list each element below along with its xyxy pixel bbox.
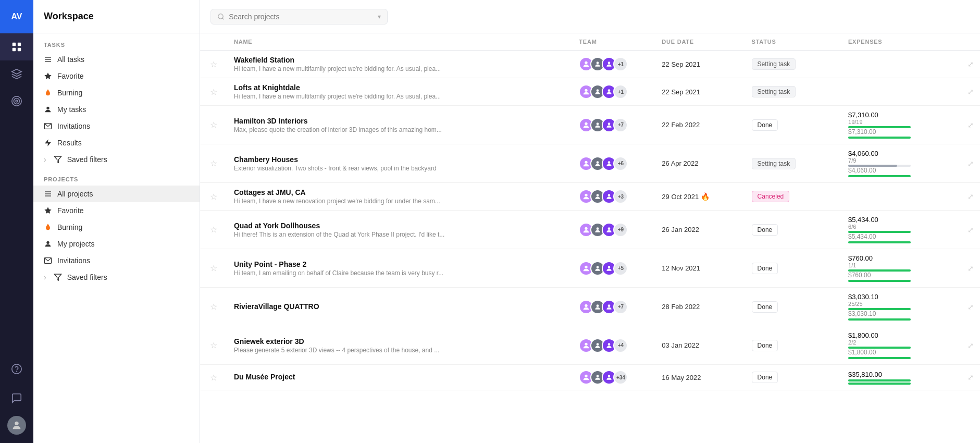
project-desc: Hi there! This is an extension of the Qu… xyxy=(234,231,474,238)
status-badge: Done xyxy=(752,119,778,131)
expense-sub: $3,030.10 xyxy=(848,310,946,317)
icon-sidebar: AV xyxy=(0,0,33,443)
star-icon[interactable]: ☆ xyxy=(210,264,217,273)
progress-label: 2/2 xyxy=(848,339,946,346)
star-icon[interactable]: ☆ xyxy=(210,341,217,350)
project-desc: Exterior visualization. Two shots - fron… xyxy=(234,165,474,172)
app-avatar[interactable]: AV xyxy=(0,0,33,33)
user-avatar-icon[interactable] xyxy=(0,414,33,437)
expand-icon[interactable]: ⤢ xyxy=(967,60,974,68)
svg-rect-0 xyxy=(13,43,16,46)
svg-point-34 xyxy=(608,122,611,125)
icon-grid[interactable] xyxy=(0,33,33,60)
svg-point-46 xyxy=(608,266,611,268)
expand-icon[interactable]: ⤢ xyxy=(967,341,974,350)
svg-point-27 xyxy=(597,61,599,64)
nav-tasks-burning[interactable]: Burning xyxy=(33,84,200,101)
expand-icon[interactable]: ⤢ xyxy=(967,192,974,201)
table-row: ☆Cottages at JMU, CAHi team, I have a ne… xyxy=(200,183,980,211)
chevron-icon-projects: › xyxy=(44,273,46,281)
svg-point-9 xyxy=(15,422,18,425)
nav-projects-saved-filters[interactable]: › Saved filters xyxy=(33,269,200,286)
th-expenses: EXPENSES xyxy=(842,33,952,51)
svg-marker-20 xyxy=(44,207,51,214)
status-badge: Setting task xyxy=(752,158,796,169)
projects-table: NAME TEAM DUE DATE STATUS EXPENSES ☆Wake… xyxy=(200,33,980,390)
expense-sub: $7,310.00 xyxy=(848,128,946,136)
svg-point-30 xyxy=(597,89,599,92)
projects-section-title: PROJECTS xyxy=(33,168,200,186)
star-icon[interactable]: ☆ xyxy=(210,159,217,168)
nav-my-projects[interactable]: My projects xyxy=(33,236,200,252)
team-avatars: +1 xyxy=(579,84,649,99)
nav-tasks-invitations[interactable]: Invitations xyxy=(33,118,200,134)
icon-target[interactable] xyxy=(0,88,33,115)
star-icon[interactable]: ☆ xyxy=(210,60,217,69)
svg-rect-1 xyxy=(18,43,21,46)
project-desc: Hi team, I have a new multifamily projec… xyxy=(234,93,474,100)
project-name: Unity Point - Phase 2 xyxy=(234,260,566,268)
expand-icon[interactable]: ⤢ xyxy=(967,88,974,96)
nav-projects-burning[interactable]: Burning xyxy=(33,219,200,236)
icon-chat[interactable] xyxy=(0,385,33,412)
svg-point-32 xyxy=(585,122,588,125)
due-date: 12 Nov 2021 xyxy=(662,264,739,272)
expand-icon[interactable]: ⤢ xyxy=(967,303,974,311)
table-row: ☆RivieraVillage QUATTRO +728 Feb 2022Don… xyxy=(200,288,980,326)
star-icon[interactable]: ☆ xyxy=(210,192,217,201)
star-icon[interactable]: ☆ xyxy=(210,225,217,234)
avatar-more: +9 xyxy=(613,223,628,237)
team-avatars: +7 xyxy=(579,118,649,132)
nav-projects-invitations[interactable]: Invitations xyxy=(33,252,200,269)
expense-amount: $7,310.00 19/19 $7,310.00 xyxy=(848,111,946,139)
star-icon[interactable]: ☆ xyxy=(210,120,217,129)
nav-tasks-results[interactable]: Results xyxy=(33,134,200,151)
project-desc: Hi team, I have a new multifamily projec… xyxy=(234,65,474,72)
svg-point-24 xyxy=(218,14,223,18)
table-header-row: NAME TEAM DUE DATE STATUS EXPENSES xyxy=(200,33,980,51)
icon-cube[interactable] xyxy=(0,60,33,88)
nav-my-tasks[interactable]: My tasks xyxy=(33,101,200,118)
table-row: ☆Quad at York DollhousesHi there! This i… xyxy=(200,211,980,249)
th-status: STATUS xyxy=(746,33,842,51)
status-badge: Done xyxy=(752,224,778,236)
svg-point-51 xyxy=(597,343,599,346)
star-icon[interactable]: ☆ xyxy=(210,302,217,311)
svg-point-49 xyxy=(608,304,611,307)
nav-all-tasks[interactable]: All tasks xyxy=(33,51,200,68)
nav-tasks-favorite[interactable]: Favorite xyxy=(33,68,200,84)
nav-tasks-saved-filters[interactable]: › Saved filters xyxy=(33,151,200,168)
status-badge: Done xyxy=(752,340,778,351)
nav-all-projects[interactable]: All projects xyxy=(33,186,200,202)
star-icon[interactable]: ☆ xyxy=(210,88,217,96)
search-input-wrap[interactable]: ▾ xyxy=(210,9,388,24)
team-avatars: +1 xyxy=(579,57,649,71)
expand-icon[interactable]: ⤢ xyxy=(967,264,974,273)
svg-point-14 xyxy=(46,107,49,109)
nav-projects-favorite[interactable]: Favorite xyxy=(33,202,200,219)
progress-bar-2 xyxy=(848,137,911,139)
tasks-section-title: TASKS xyxy=(33,33,200,51)
svg-point-31 xyxy=(608,89,611,92)
team-avatars: +6 xyxy=(579,156,649,171)
star-icon[interactable]: ☆ xyxy=(210,373,217,382)
svg-point-4 xyxy=(12,96,21,106)
svg-point-50 xyxy=(585,342,588,345)
table-row: ☆Chambery HousesExterior visualization. … xyxy=(200,144,980,183)
search-input[interactable] xyxy=(229,13,374,21)
progress-bar-2 xyxy=(848,357,911,359)
expense-sub: $1,800.00 xyxy=(848,349,946,356)
table-row: ☆Du Musée Project +3416 May 2022Done $35… xyxy=(200,365,980,390)
icon-question[interactable] xyxy=(0,355,33,383)
expand-icon[interactable]: ⤢ xyxy=(967,226,974,234)
due-date: 03 Jan 2022 xyxy=(662,341,739,349)
table-row: ☆Gniewek exterior 3DPlease generate 5 ex… xyxy=(200,326,980,365)
expand-icon[interactable]: ⤢ xyxy=(967,159,974,168)
project-name: Chambery Houses xyxy=(234,155,566,164)
expand-icon[interactable]: ⤢ xyxy=(967,121,974,129)
project-name: Cottages at JMU, CA xyxy=(234,188,566,196)
project-name: Quad at York Dollhouses xyxy=(234,221,566,230)
expand-icon[interactable]: ⤢ xyxy=(967,373,974,382)
svg-point-47 xyxy=(585,304,588,306)
search-dropdown-icon[interactable]: ▾ xyxy=(378,13,381,20)
